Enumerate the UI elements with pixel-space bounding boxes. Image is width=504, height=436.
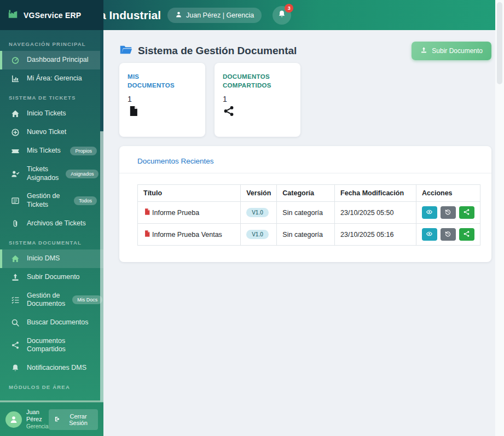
bell-icon	[11, 364, 20, 373]
user-role: Gerencia	[26, 423, 44, 431]
version-badge: V1.0	[246, 230, 269, 239]
document-title[interactable]: Informe Prueba Ventas	[152, 231, 222, 239]
eye-icon	[426, 208, 433, 217]
share-icon	[223, 105, 292, 119]
share-icon	[11, 341, 20, 350]
sidebar-nav: NAVEGACIÓN PRINCIPAL Dashboard Principal…	[0, 30, 103, 402]
badge-mis-docs: Mis Docs	[72, 295, 102, 304]
content-area: Sistema de Gestión Documental Subir Docu…	[103, 30, 495, 436]
recent-documents-header: Documentos Recientes	[119, 146, 491, 173]
page-header: Sistema de Gestión Documental Subir Docu…	[119, 41, 491, 61]
upload-icon	[420, 46, 427, 55]
sidebar-item-tickets-asignados[interactable]: Tickets Asignados Asignados	[0, 160, 103, 187]
user-check-icon	[11, 170, 20, 178]
stat-card-title: DOCUMENTOS COMPARTIDOS	[223, 72, 283, 90]
sidebar-item-nuevo-ticket[interactable]: Nuevo Ticket	[0, 123, 103, 142]
stat-card-mis-documentos[interactable]: MIS DOCUMENTOS 1	[119, 63, 205, 137]
view-document-button[interactable]	[422, 206, 437, 219]
file-icon	[128, 105, 197, 119]
topbar-title: a Industrial	[103, 9, 161, 22]
section-label-modulos: MÓDULOS DE ÁREA	[0, 377, 103, 394]
sidebar-item-label: Buscar Documentos	[27, 318, 97, 327]
share-document-button[interactable]	[459, 228, 474, 241]
ticket-icon	[11, 147, 20, 155]
sidebar-item-subir-documento[interactable]: Subir Documento	[0, 268, 103, 287]
document-category: Sin categoría	[277, 202, 335, 224]
share-document-button[interactable]	[459, 206, 474, 219]
history-icon	[444, 208, 451, 217]
sidebar-item-archivos-tickets[interactable]: Archivos de Tickets	[0, 214, 103, 233]
logout-button[interactable]: Cerrar Sesión	[49, 409, 98, 430]
table-row: Informe Prueba V1.0 Sin categoría 23/10/…	[138, 202, 480, 224]
notifications-button[interactable]: 3	[273, 6, 291, 25]
history-button[interactable]	[441, 228, 456, 241]
sidebar-item-label: Dashboard Principal	[27, 56, 97, 65]
sidebar-item-documentos-compartidos[interactable]: Documentos Compartidos	[0, 332, 103, 359]
page-scrollbar-track[interactable]	[495, 0, 504, 436]
stat-card-value: 1	[128, 95, 197, 103]
stat-card-value: 1	[223, 95, 292, 103]
avatar	[5, 411, 22, 428]
paperclip-icon	[11, 219, 20, 228]
home-icon	[11, 254, 20, 263]
eye-icon	[426, 230, 433, 239]
sidebar-item-gestion-tickets[interactable]: Gestión de Tickets Todos	[0, 187, 103, 214]
sidebar-item-gestion-documentos[interactable]: Gestión de Documentos Mis Docs	[0, 287, 103, 313]
topbar-user-chip[interactable]: Juan Pérez | Gerencia	[167, 8, 262, 23]
brand-logo-block[interactable]: VGService ERP	[0, 0, 103, 30]
documents-table: Título Versión Categoría Fecha Modificac…	[137, 184, 480, 246]
sidebar-item-notificaciones-dms[interactable]: Notificaciones DMS	[0, 359, 103, 377]
sidebar-item-dashboard-principal[interactable]: Dashboard Principal	[0, 51, 103, 69]
sidebar-item-mi-area[interactable]: Mi Área: Gerencia	[0, 69, 103, 88]
main-column: a Industrial Juan Pérez | Gerencia 3 Sis…	[103, 0, 495, 436]
pdf-file-icon	[143, 208, 151, 217]
person-icon	[175, 11, 182, 20]
column-header-categoria: Categoría	[277, 185, 335, 202]
recent-documents-card: Documentos Recientes Título Versión Cate…	[119, 146, 491, 262]
share-icon	[463, 230, 470, 239]
topbar: a Industrial Juan Pérez | Gerencia 3	[103, 0, 495, 30]
checklist-icon	[11, 295, 20, 304]
page-scrollbar-thumb[interactable]	[497, 2, 502, 84]
sidebar-item-label: Inicio DMS	[27, 254, 97, 263]
upload-icon	[11, 273, 20, 282]
version-badge: V1.0	[246, 208, 269, 217]
search-icon	[11, 318, 20, 327]
sidebar-item-buscar-documentos[interactable]: Buscar Documentos	[0, 313, 103, 332]
document-category: Sin categoría	[277, 224, 335, 246]
table-row: Informe Prueba Ventas V1.0 Sin categoría…	[138, 224, 480, 246]
badge-propios: Propios	[70, 147, 97, 155]
column-header-acciones: Acciones	[416, 185, 480, 202]
sidebar-scrollbar-track[interactable]	[100, 30, 103, 402]
column-header-titulo: Título	[138, 185, 241, 202]
view-document-button[interactable]	[422, 228, 437, 241]
sidebar-item-label: Notificaciones DMS	[27, 364, 97, 373]
sidebar-item-label: Mis Tickets	[27, 147, 63, 155]
share-icon	[463, 208, 470, 217]
sidebar-item-mis-tickets[interactable]: Mis Tickets Propios	[0, 142, 103, 160]
upload-document-button[interactable]: Subir Documento	[412, 42, 491, 60]
document-modified: 23/10/2025 05:16	[335, 224, 416, 246]
chart-icon	[11, 74, 20, 83]
document-title[interactable]: Informe Prueba	[152, 209, 199, 217]
stat-card-documentos-compartidos[interactable]: DOCUMENTOS COMPARTIDOS 1	[215, 63, 300, 137]
upload-button-label: Subir Documento	[432, 47, 483, 55]
app-root: VGService ERP NAVEGACIÓN PRINCIPAL Dashb…	[0, 0, 504, 436]
factory-icon	[8, 9, 18, 21]
plus-circle-icon	[11, 128, 20, 137]
notification-count-badge: 3	[285, 4, 293, 13]
document-modified: 23/10/2025 05:50	[335, 202, 416, 224]
history-button[interactable]	[441, 206, 456, 219]
sidebar-item-inicio-dms[interactable]: Inicio DMS	[0, 249, 103, 268]
stat-card-title: MIS DOCUMENTOS	[128, 72, 188, 90]
sidebar-item-label: Subir Documento	[27, 273, 97, 282]
section-label-tickets: SISTEMA DE TICKETS	[0, 88, 103, 104]
topbar-user-label: Juan Pérez | Gerencia	[186, 11, 254, 19]
sidebar-item-label: Gestión de Documentos	[27, 292, 65, 309]
sidebar-item-inicio-tickets[interactable]: Inicio Tickets	[0, 104, 103, 123]
sidebar-item-label: Documentos Compartidos	[27, 337, 97, 354]
table-header-row: Título Versión Categoría Fecha Modificac…	[138, 185, 480, 202]
sidebar-scrollbar-thumb[interactable]	[100, 30, 103, 131]
sidebar-item-label: Mi Área: Gerencia	[27, 74, 97, 83]
home-icon	[11, 109, 20, 118]
